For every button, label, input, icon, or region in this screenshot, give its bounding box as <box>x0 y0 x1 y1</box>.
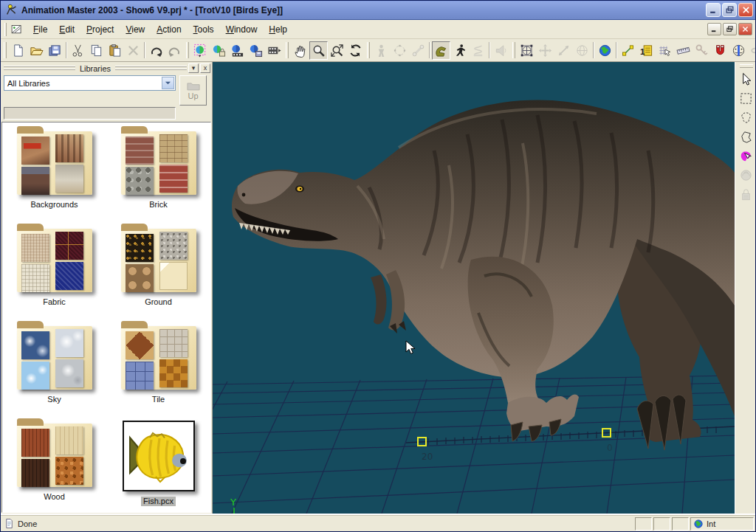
delete-button[interactable] <box>124 41 142 60</box>
cut-button[interactable] <box>69 41 87 60</box>
toolbar-gripper[interactable] <box>4 42 7 58</box>
menu-tools[interactable]: Tools <box>188 21 220 38</box>
polygon-lasso-icon <box>739 130 753 144</box>
make-keyframe-button[interactable] <box>693 41 711 60</box>
mdi-minimize-button[interactable] <box>707 23 721 35</box>
save-all-button[interactable] <box>46 41 64 60</box>
zoom-fit-button[interactable] <box>328 41 346 60</box>
world-space-button[interactable] <box>596 41 614 60</box>
toolbar-gripper[interactable] <box>512 42 515 58</box>
save-all-icon <box>48 44 62 58</box>
library-item-label[interactable]: Wood <box>41 492 67 502</box>
open-button[interactable] <box>27 41 46 60</box>
rail-gripper[interactable] <box>740 64 753 68</box>
pan-button[interactable] <box>291 41 309 60</box>
folder-icon[interactable] <box>121 131 196 195</box>
panel-menu-button[interactable]: ▾ <box>188 63 199 73</box>
render-mode-button[interactable] <box>191 41 210 60</box>
undo-button[interactable] <box>147 41 165 60</box>
library-item-label[interactable]: Brick <box>147 200 169 210</box>
library-item-label[interactable]: Tile <box>150 395 167 404</box>
lock-mode-button[interactable] <box>738 185 755 203</box>
up-button[interactable]: Up <box>179 75 207 106</box>
menu-view[interactable]: View <box>120 21 151 38</box>
library-item-label[interactable]: Fish.pcx <box>141 497 176 506</box>
library-item-label[interactable]: Backgrounds <box>28 200 80 210</box>
mdi-restore-button[interactable] <box>723 23 737 35</box>
preview-animation-button[interactable] <box>265 41 284 60</box>
lock-cp-button[interactable] <box>748 41 755 60</box>
render-to-file-button[interactable] <box>228 41 247 60</box>
redo-button[interactable] <box>165 41 184 60</box>
folder-icon[interactable] <box>17 229 92 292</box>
skeletal-mode-button[interactable] <box>450 41 469 60</box>
sound-button[interactable] <box>492 41 510 60</box>
folder-icon[interactable] <box>17 131 92 195</box>
libraries-caption-bar[interactable]: Libraries ▾ x <box>1 62 212 74</box>
library-item-label[interactable]: Ground <box>142 297 174 307</box>
mirror-mode-button[interactable] <box>729 41 748 60</box>
folder-icon[interactable] <box>121 229 196 292</box>
modeling-mode-button[interactable] <box>391 41 409 60</box>
mdi-close-button[interactable] <box>738 23 752 35</box>
toolbar-separator <box>593 42 594 58</box>
hide-mode-button[interactable] <box>738 166 755 184</box>
library-combobox[interactable]: All Libraries <box>4 75 176 91</box>
toolbar-gripper[interactable] <box>286 42 289 58</box>
library-path-field[interactable] <box>4 107 176 120</box>
panel-close-button[interactable]: x <box>200 63 210 73</box>
restore-button[interactable] <box>722 3 737 17</box>
menu-file[interactable]: File <box>27 21 53 38</box>
paste-button[interactable] <box>106 41 124 60</box>
fish-image[interactable] <box>123 421 195 491</box>
render-animation-button[interactable] <box>247 41 265 60</box>
character-mode-button[interactable] <box>372 41 391 60</box>
lasso-select-button[interactable] <box>738 108 755 126</box>
application-window: Animation Master 2003 - Show6 V9.prj * -… <box>0 0 756 532</box>
polygon-lasso-button[interactable] <box>738 128 755 145</box>
toolbar-gripper[interactable] <box>367 42 370 58</box>
menu-help[interactable]: Help <box>263 21 293 38</box>
toolbar-gripper[interactable] <box>186 42 189 58</box>
render-lock-button[interactable] <box>210 41 228 60</box>
folder-icon[interactable] <box>121 326 196 390</box>
zoom-button[interactable] <box>309 41 328 60</box>
new-project-button[interactable] <box>9 41 27 60</box>
turn-button[interactable] <box>346 41 365 60</box>
library-item-label[interactable]: Sky <box>45 395 63 404</box>
library-item-label[interactable]: Fabric <box>41 297 68 307</box>
copy-button[interactable] <box>87 41 106 60</box>
menu-window[interactable]: Window <box>220 21 264 38</box>
close-button[interactable] <box>738 3 753 17</box>
menubar-gripper[interactable] <box>4 23 7 36</box>
bound-manipulator-button[interactable] <box>518 41 536 60</box>
lasso-select-icon <box>739 111 753 125</box>
scale-manipulator-button[interactable] <box>554 41 573 60</box>
muscle-mode-button[interactable] <box>432 41 450 60</box>
snap-magnet-button[interactable] <box>711 41 729 60</box>
snap-to-grid-button[interactable] <box>656 41 674 60</box>
minimize-button[interactable] <box>706 3 721 17</box>
group-pick-button[interactable] <box>738 147 755 165</box>
show-bias-handles-button[interactable] <box>619 41 637 60</box>
sky2-thumbnail <box>55 329 83 357</box>
folder-icon[interactable] <box>17 326 92 390</box>
translate-manipulator-button[interactable] <box>536 41 554 60</box>
folder-icon[interactable] <box>17 424 92 487</box>
rotate-manipulator-button[interactable] <box>573 41 591 60</box>
marquee-select-button[interactable] <box>738 89 755 107</box>
dynamics-mode-button[interactable] <box>469 41 487 60</box>
menu-project[interactable]: Project <box>80 21 120 38</box>
combobox-dropdown-button[interactable] <box>162 77 174 89</box>
menu-action[interactable]: Action <box>151 21 187 38</box>
document-window-icon[interactable] <box>10 24 23 35</box>
menu-edit[interactable]: Edit <box>53 21 80 38</box>
bones-mode-button[interactable] <box>409 41 427 60</box>
select-arrow-button[interactable] <box>738 70 755 88</box>
key-info-button[interactable] <box>637 41 656 60</box>
trex-model[interactable] <box>232 100 735 450</box>
show-rulers-button[interactable] <box>674 41 693 60</box>
pan-icon <box>293 44 307 58</box>
folder-tab <box>121 126 148 134</box>
viewport-3d[interactable]: 20 0 <box>213 62 735 514</box>
